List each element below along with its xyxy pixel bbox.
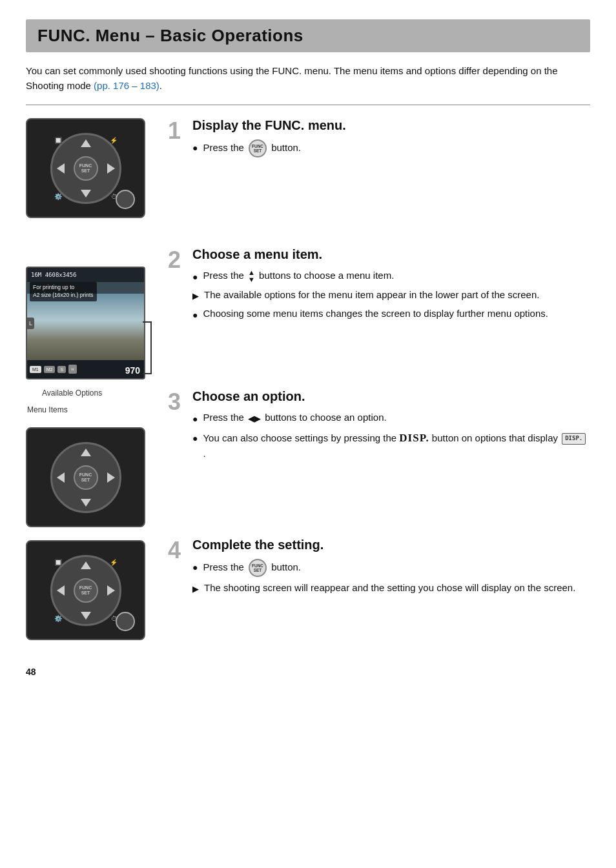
mode-m1: M1 <box>30 366 41 373</box>
icon-tr-4: ⚡ <box>110 559 118 566</box>
icon-bl-4: ⚙️ <box>54 615 62 622</box>
step3-bullet2-text: You can also choose settings by pressing… <box>203 430 590 461</box>
step-2: 2 Choose a menu item. ● Press the ▲ ▼ bu… <box>168 247 590 331</box>
step2-image-wrapper: 16M 4608x3456 For printing up toA2 size … <box>26 263 145 379</box>
step4-bullets: ● Press the FUNCSET button. ▶ The shooti… <box>192 559 590 596</box>
lr-arrows-icon: ◀ ▶ <box>248 414 261 423</box>
func-set-icon-1: FUNCSET <box>249 139 267 157</box>
screen-number: 970 <box>125 365 140 376</box>
step2-title: Choose a menu item. <box>192 247 590 262</box>
dpad-left-3 <box>57 472 65 483</box>
right-arrow: ▶ <box>254 414 261 423</box>
mode-s: S <box>57 366 66 373</box>
dpad-up-3 <box>81 449 91 456</box>
title-bar: FUNC. Menu – Basic Operations <box>26 19 590 52</box>
dpad-center-3: FUNCSET <box>74 465 98 490</box>
step3-bullets: ● Press the ◀ ▶ buttons to choose an opt… <box>192 410 590 461</box>
dpad-left <box>57 163 65 174</box>
left-arrow: ◀ <box>248 414 254 423</box>
available-options-label: Available Options <box>42 389 102 398</box>
dpad-right <box>107 163 115 174</box>
step4-content: Complete the setting. ● Press the FUNCSE… <box>192 538 590 600</box>
step3-bullet2: ● You can also choose settings by pressi… <box>192 430 590 461</box>
page-number: 48 <box>26 667 590 677</box>
icon-tl: 🔲 <box>54 137 62 144</box>
screen-print-info: For printing up toA2 size (16x20 in.) pr… <box>33 284 94 298</box>
dpad-center-4: FUNCSET <box>74 578 98 603</box>
screen-resolution: 16M 4608x3456 <box>31 272 76 278</box>
step4-title: Complete the setting. <box>192 538 590 552</box>
step2-bullet3: ● Choosing some menu items changes the s… <box>192 307 590 322</box>
step1-number: 1 <box>168 118 192 143</box>
main-content: 🔲 ⚡ ⚙️ ⏱ FUNCSET 16M 4608x3456 <box>26 118 590 641</box>
screen-bottom-bar: M1 M2 S 𝑤 970 <box>27 360 144 378</box>
step2-bullet1: ● Press the ▲ ▼ buttons to choose a menu… <box>192 268 590 284</box>
press-indicator <box>116 190 135 209</box>
screen-info-box: For printing up toA2 size (16x20 in.) pr… <box>30 282 97 301</box>
step-3: 3 Choose an option. ● Press the ◀ ▶ butt… <box>168 389 590 473</box>
step-1: 1 Display the FUNC. menu. ● Press the FU… <box>168 118 590 202</box>
step2-bullets: ● Press the ▲ ▼ buttons to choose a menu… <box>192 268 590 322</box>
step1-bullet1-text: Press the FUNCSET button. <box>203 139 301 157</box>
step4-bullet1-text: Press the FUNCSET button. <box>203 559 301 577</box>
step4-number: 4 <box>168 538 192 562</box>
intro-link[interactable]: (pp. 176 – 183) <box>94 80 159 91</box>
down-arrow: ▼ <box>248 276 255 283</box>
step2-bullet3-text: Choosing some menu items changes the scr… <box>203 307 548 321</box>
disp-large-text: DISP. <box>399 432 429 444</box>
bullet-dot-2c: ● <box>192 308 198 322</box>
screen-landscape <box>27 294 144 360</box>
step3-number: 3 <box>168 389 192 414</box>
bracket-bottom <box>143 373 152 374</box>
dpad-down-3 <box>81 499 91 507</box>
screen-side-icon: L <box>27 318 34 329</box>
screen-top-bar: 16M 4608x3456 <box>27 268 144 282</box>
step-4: 4 Complete the setting. ● Press the FUNC… <box>168 538 590 621</box>
step1-image: 🔲 ⚡ ⚙️ ⏱ FUNCSET <box>26 118 145 218</box>
step2-content: Choose a menu item. ● Press the ▲ ▼ butt… <box>192 247 590 326</box>
dpad-right-3 <box>107 472 115 483</box>
left-column: 🔲 ⚡ ⚙️ ⏱ FUNCSET 16M 4608x3456 <box>26 118 168 641</box>
bullet-arrow-2b: ▶ <box>192 290 199 303</box>
menu-items-label: Menu Items <box>27 405 68 414</box>
dpad-up-4 <box>81 561 91 569</box>
ud-arrows-icon: ▲ ▼ <box>248 269 255 283</box>
dpad-left-4 <box>57 585 65 596</box>
step3-title: Choose an option. <box>192 389 590 404</box>
step1-title: Display the FUNC. menu. <box>192 118 590 133</box>
icon-tr: ⚡ <box>110 137 118 144</box>
step4-bullet2-text: The shooting screen will reappear and th… <box>204 581 575 596</box>
bullet-dot-2a: ● <box>192 270 198 284</box>
dpad-up <box>81 139 91 147</box>
bracket-line <box>150 321 152 373</box>
step2-bullet1-text: Press the ▲ ▼ buttons to choose a menu i… <box>203 268 394 283</box>
bullet-dot-4a: ● <box>192 561 198 574</box>
icon-tl-4: 🔲 <box>54 559 62 566</box>
step1-bullet1: ● Press the FUNCSET button. <box>192 139 590 157</box>
step2-bullet2-text: The available options for the menu item … <box>204 288 539 303</box>
icon-bl: ⚙️ <box>54 193 62 200</box>
intro-text: You can set commonly used shooting funct… <box>26 64 590 93</box>
divider <box>26 105 590 105</box>
dpad-right-4 <box>107 585 115 596</box>
step3-content: Choose an option. ● Press the ◀ ▶ button… <box>192 389 590 465</box>
step3-image: FUNCSET <box>26 427 145 527</box>
step3-bullet1: ● Press the ◀ ▶ buttons to choose an opt… <box>192 410 590 426</box>
bracket-top <box>143 321 152 323</box>
bullet-dot: ● <box>192 141 198 155</box>
disp-small-box: DISP. <box>562 433 586 445</box>
dpad-step4: 🔲 ⚡ ⚙️ ⏱ FUNCSET <box>50 555 121 626</box>
bullet-dot-3b: ● <box>192 432 198 445</box>
step2-screen: 16M 4608x3456 For printing up toA2 size … <box>26 267 145 379</box>
dpad-center-label: FUNCSET <box>74 156 98 181</box>
press-indicator-4 <box>116 612 135 631</box>
bullet-dot-3a: ● <box>192 412 198 426</box>
func-set-icon-4: FUNCSET <box>249 559 267 577</box>
step3-bullet1-text: Press the ◀ ▶ buttons to choose an optio… <box>203 410 386 425</box>
step1-bullets: ● Press the FUNCSET button. <box>192 139 590 157</box>
bullet-arrow-4b: ▶ <box>192 583 199 596</box>
page-title: FUNC. Menu – Basic Operations <box>37 26 579 46</box>
step2-number: 2 <box>168 247 192 272</box>
step4-bullet2: ▶ The shooting screen will reappear and … <box>192 581 590 596</box>
dpad-step3: FUNCSET <box>50 442 121 513</box>
